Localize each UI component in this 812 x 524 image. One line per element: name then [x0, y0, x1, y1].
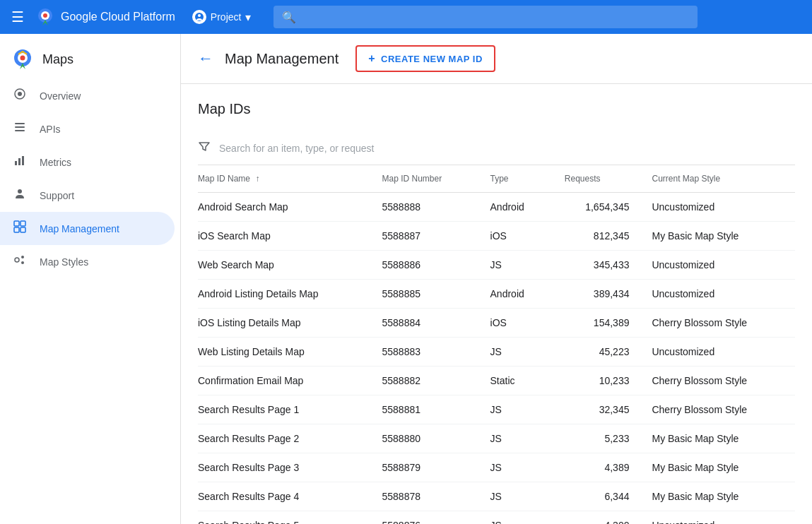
table-row[interactable]: iOS Listing Details Map 5588884 iOS 154,…: [198, 309, 795, 338]
cell-name: Search Results Page 2: [198, 424, 370, 453]
sidebar-item-support[interactable]: Support: [0, 179, 175, 212]
apis-icon: [11, 121, 28, 137]
cell-type: JS: [479, 395, 553, 424]
cell-type: JS: [479, 482, 553, 511]
table-row[interactable]: Search Results Page 1 5588881 JS 32,345 …: [198, 395, 795, 424]
cell-number: 5588882: [370, 367, 478, 395]
cell-style: Uncustomized: [640, 193, 795, 222]
cell-type: Android: [479, 280, 553, 309]
sidebar-item-metrics[interactable]: Metrics: [0, 145, 175, 179]
cell-style: Cherry Blossom Style: [640, 395, 795, 424]
project-selector[interactable]: Project ▾: [192, 10, 252, 24]
svg-point-16: [18, 189, 22, 193]
cell-number: 5588887: [370, 222, 478, 251]
header-logo: Google Cloud Platform: [35, 7, 175, 27]
header-logo-text: Google Cloud Platform: [61, 11, 175, 23]
search-input[interactable]: [302, 11, 689, 23]
cell-requests: 32,345: [553, 395, 641, 424]
filter-icon: [198, 140, 211, 156]
cell-number: 5588885: [370, 280, 478, 309]
page-title: Map Management: [225, 51, 339, 67]
svg-point-23: [21, 261, 24, 264]
table-search: Search for an item, type, or request: [198, 131, 795, 165]
table-row[interactable]: iOS Search Map 5588887 iOS 812,345 My Ba…: [198, 222, 795, 251]
cell-style: My Basic Map Style: [640, 453, 795, 482]
cell-requests: 5,233: [553, 424, 641, 453]
table-row[interactable]: Search Results Page 3 5588879 JS 4,389 M…: [198, 453, 795, 482]
cell-number: 5588880: [370, 424, 478, 453]
svg-point-21: [15, 258, 19, 262]
sidebar-item-metrics-label: Metrics: [40, 157, 71, 168]
cell-type: iOS: [479, 309, 553, 338]
search-bar[interactable]: 🔍: [273, 6, 698, 28]
svg-rect-10: [15, 123, 25, 124]
create-new-map-id-button[interactable]: + CREATE NEW MAP ID: [355, 45, 495, 72]
table-row[interactable]: Android Listing Details Map 5588885 Andr…: [198, 280, 795, 309]
sidebar: Maps Overview APIs Metrics Support: [0, 34, 181, 524]
maps-app-icon: [11, 48, 34, 71]
cell-number: 5588876: [370, 511, 478, 525]
col-header-type[interactable]: Type: [479, 165, 553, 193]
project-icon: [192, 10, 206, 24]
cell-style: Cherry Blossom Style: [640, 309, 795, 338]
col-header-style[interactable]: Current Map Style: [640, 165, 795, 193]
cell-requests: 154,389: [553, 309, 641, 338]
sidebar-item-overview-label: Overview: [40, 90, 81, 102]
svg-rect-12: [15, 130, 25, 131]
svg-point-2: [43, 13, 47, 18]
cell-name: Web Listing Details Map: [198, 338, 370, 367]
cell-name: Search Results Page 4: [198, 482, 370, 511]
cell-requests: 1,654,345: [553, 193, 641, 222]
cell-number: 5588883: [370, 338, 478, 367]
table-row[interactable]: Search Results Page 4 5588878 JS 6,344 M…: [198, 482, 795, 511]
support-icon: [11, 187, 28, 203]
svg-point-22: [21, 256, 24, 258]
cell-requests: 10,233: [553, 367, 641, 395]
cell-type: iOS: [479, 222, 553, 251]
cell-name: iOS Listing Details Map: [198, 309, 370, 338]
table-row[interactable]: Search Results Page 5 5588876 JS 4,300 U…: [198, 511, 795, 525]
cell-style: Cherry Blossom Style: [640, 367, 795, 395]
project-dropdown-icon[interactable]: ▾: [245, 11, 251, 24]
cell-name: iOS Search Map: [198, 222, 370, 251]
cell-type: JS: [479, 338, 553, 367]
table-row[interactable]: Search Results Page 2 5588880 JS 5,233 M…: [198, 424, 795, 453]
cell-number: 5588884: [370, 309, 478, 338]
svg-point-9: [18, 92, 22, 96]
cell-type: JS: [479, 511, 553, 525]
svg-rect-15: [22, 156, 24, 165]
table-row[interactable]: Web Listing Details Map 5588883 JS 45,22…: [198, 338, 795, 367]
sidebar-item-map-styles-label: Map Styles: [40, 256, 88, 268]
sidebar-item-map-management[interactable]: Map Management: [0, 212, 175, 245]
cell-name: Android Listing Details Map: [198, 280, 370, 309]
svg-rect-11: [15, 126, 25, 128]
google-maps-logo-icon: [35, 7, 55, 27]
sidebar-item-overview[interactable]: Overview: [0, 79, 175, 112]
search-icon: 🔍: [282, 11, 296, 24]
col-header-name[interactable]: Map ID Name ↑: [198, 165, 370, 193]
svg-rect-17: [14, 221, 19, 226]
cell-style: Uncustomized: [640, 251, 795, 280]
table-row[interactable]: Web Search Map 5588886 JS 345,433 Uncust…: [198, 251, 795, 280]
cell-number: 5588879: [370, 453, 478, 482]
table-header-row: Map ID Name ↑ Map ID Number Type Request…: [198, 165, 795, 193]
metrics-icon: [11, 154, 28, 170]
project-label: Project: [211, 11, 242, 23]
back-button[interactable]: ←: [198, 49, 213, 68]
sidebar-item-map-management-label: Map Management: [40, 223, 119, 234]
col-header-number[interactable]: Map ID Number: [370, 165, 478, 193]
hamburger-icon[interactable]: ☰: [11, 8, 24, 25]
map-management-icon: [11, 220, 28, 237]
sort-icon: ↑: [255, 174, 259, 184]
table-row[interactable]: Android Search Map 5588888 Android 1,654…: [198, 193, 795, 222]
col-header-requests[interactable]: Requests: [553, 165, 641, 193]
cell-type: Static: [479, 367, 553, 395]
cell-number: 5588878: [370, 482, 478, 511]
sidebar-item-apis[interactable]: APIs: [0, 112, 175, 145]
sidebar-item-map-styles[interactable]: Map Styles: [0, 245, 175, 278]
table-search-placeholder[interactable]: Search for an item, type, or request: [219, 143, 374, 154]
cell-requests: 345,433: [553, 251, 641, 280]
cell-name: Web Search Map: [198, 251, 370, 280]
cell-requests: 45,223: [553, 338, 641, 367]
table-row[interactable]: Confirmation Email Map 5588882 Static 10…: [198, 367, 795, 395]
